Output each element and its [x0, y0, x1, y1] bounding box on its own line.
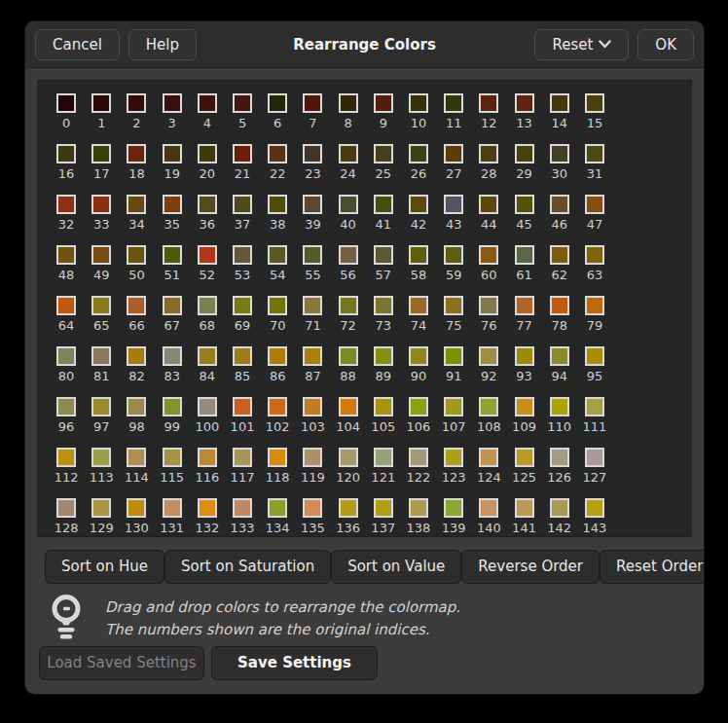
colormap-swatch[interactable] [91, 296, 111, 315]
colormap-swatch[interactable] [339, 448, 358, 467]
colormap-swatch[interactable] [409, 195, 428, 214]
colormap-swatch[interactable] [56, 195, 76, 214]
colormap-swatch[interactable] [374, 144, 393, 163]
colormap-swatch[interactable] [163, 245, 182, 265]
colormap-swatch[interactable] [515, 144, 534, 163]
colormap-swatch[interactable] [444, 346, 463, 366]
colormap-swatch[interactable] [479, 397, 498, 416]
colormap-swatch[interactable] [409, 448, 428, 467]
colormap-swatch[interactable] [233, 498, 252, 518]
colormap-swatch[interactable] [56, 245, 76, 265]
colormap-swatch[interactable] [233, 296, 252, 315]
colormap-swatch[interactable] [233, 144, 252, 163]
colormap-swatch[interactable] [127, 296, 146, 315]
colormap-swatch[interactable] [585, 448, 604, 467]
colormap-swatch[interactable] [550, 245, 569, 265]
colormap-swatch[interactable] [56, 448, 76, 467]
colormap-swatch[interactable] [233, 397, 252, 416]
colormap-swatch[interactable] [444, 448, 463, 467]
colormap-swatch[interactable] [56, 296, 76, 315]
help-button[interactable]: Help [128, 29, 197, 60]
colormap-swatch[interactable] [127, 397, 146, 416]
colormap-swatch[interactable] [268, 346, 287, 366]
colormap-swatch[interactable] [198, 448, 217, 467]
colormap-swatch[interactable] [585, 144, 604, 163]
colormap-swatch[interactable] [550, 397, 569, 416]
colormap-swatch[interactable] [339, 498, 358, 518]
sort-on-hue-button[interactable]: Sort on Hue [45, 550, 164, 584]
colormap-swatch[interactable] [91, 346, 111, 366]
colormap-swatch[interactable] [91, 498, 111, 518]
colormap-swatch[interactable] [127, 195, 146, 214]
colormap-swatch[interactable] [198, 296, 217, 315]
colormap-swatch[interactable] [444, 245, 463, 265]
colormap-swatch[interactable] [268, 93, 287, 113]
colormap-swatch[interactable] [127, 346, 146, 366]
colormap-swatch[interactable] [233, 93, 252, 113]
colormap-swatch[interactable] [479, 448, 498, 467]
colormap-swatch[interactable] [515, 498, 534, 518]
colormap-swatch[interactable] [303, 448, 322, 467]
colormap-swatch[interactable] [550, 93, 569, 113]
colormap-swatch[interactable] [127, 245, 146, 265]
colormap-swatch[interactable] [374, 346, 393, 366]
colormap-swatch[interactable] [374, 296, 393, 315]
colormap-swatch[interactable] [127, 144, 146, 163]
colormap-swatch[interactable] [339, 93, 358, 113]
colormap-swatch[interactable] [550, 195, 569, 214]
colormap-swatch[interactable] [339, 195, 358, 214]
colormap-swatch[interactable] [91, 195, 111, 214]
colormap-swatch[interactable] [233, 195, 252, 214]
colormap-swatch[interactable] [303, 346, 322, 366]
colormap-swatch[interactable] [515, 93, 534, 113]
colormap-swatch[interactable] [198, 346, 217, 366]
colormap-swatch[interactable] [550, 346, 569, 366]
colormap-swatch[interactable] [233, 346, 252, 366]
colormap-swatch[interactable] [479, 296, 498, 315]
sort-on-saturation-button[interactable]: Sort on Saturation [164, 550, 331, 584]
colormap-swatch[interactable] [550, 498, 569, 518]
colormap-swatch[interactable] [585, 346, 604, 366]
colormap-swatch[interactable] [550, 448, 569, 467]
colormap-swatch[interactable] [163, 498, 182, 518]
colormap-swatch[interactable] [585, 498, 604, 518]
colormap-swatch[interactable] [268, 195, 287, 214]
colormap-swatch[interactable] [163, 195, 182, 214]
reverse-order-button[interactable]: Reverse Order [461, 550, 600, 584]
colormap-swatch[interactable] [268, 448, 287, 467]
colormap-swatch[interactable] [303, 245, 322, 265]
colormap-swatch[interactable] [444, 296, 463, 315]
cancel-button[interactable]: Cancel [35, 29, 120, 60]
colormap-swatch[interactable] [198, 144, 217, 163]
colormap-swatch[interactable] [444, 144, 463, 163]
colormap-swatch[interactable] [56, 346, 76, 366]
colormap-swatch[interactable] [198, 195, 217, 214]
colormap-swatch[interactable] [550, 144, 569, 163]
ok-button[interactable]: OK [637, 29, 694, 60]
colormap-swatch[interactable] [127, 498, 146, 518]
colormap-swatch[interactable] [585, 397, 604, 416]
sort-on-value-button[interactable]: Sort on Value [331, 550, 461, 584]
colormap-swatch[interactable] [303, 498, 322, 518]
colormap-swatch[interactable] [444, 498, 463, 518]
colormap-swatch[interactable] [479, 346, 498, 366]
colormap-swatch[interactable] [374, 93, 393, 113]
colormap-swatch[interactable] [479, 195, 498, 214]
colormap-swatch[interactable] [268, 144, 287, 163]
colormap-swatch[interactable] [198, 245, 217, 265]
colormap-swatch[interactable] [198, 93, 217, 113]
colormap-swatch[interactable] [515, 195, 534, 214]
colormap-swatch[interactable] [303, 296, 322, 315]
colormap-swatch[interactable] [409, 245, 428, 265]
colormap-swatch[interactable] [127, 93, 146, 113]
colormap-swatch[interactable] [444, 397, 463, 416]
colormap-swatch[interactable] [303, 93, 322, 113]
colormap-swatch[interactable] [56, 144, 76, 163]
colormap-swatch[interactable] [163, 448, 182, 467]
colormap-swatch[interactable] [163, 346, 182, 366]
colormap-swatch[interactable] [409, 346, 428, 366]
colormap-swatch[interactable] [374, 195, 393, 214]
colormap-swatch[interactable] [409, 296, 428, 315]
colormap-swatch[interactable] [198, 498, 217, 518]
colormap-swatch[interactable] [91, 397, 111, 416]
